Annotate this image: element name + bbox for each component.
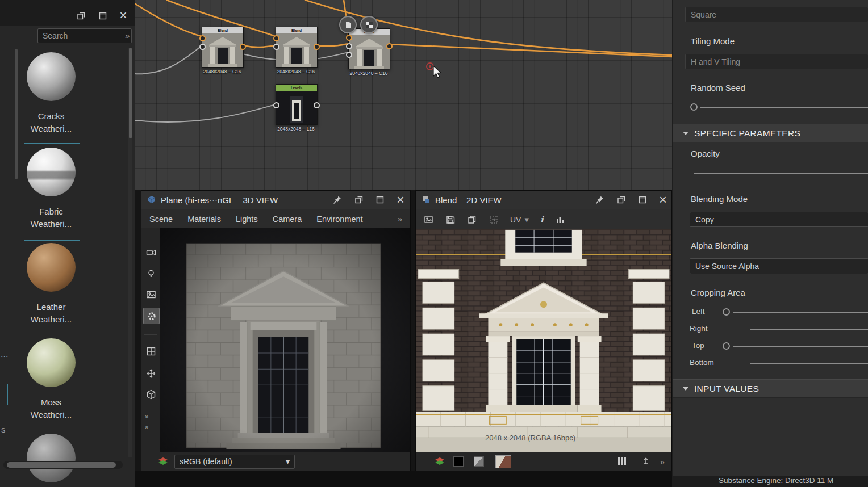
fit-view-button[interactable] [641,456,651,467]
section-specific-parameters[interactable]: SPECIFIC PARAMETERS [673,124,868,142]
histogram-button[interactable] [555,215,565,225]
input-connector[interactable] [199,44,206,50]
export-image-button[interactable] [424,215,434,225]
menu-overflow-chevron-icon[interactable]: » [398,214,402,224]
menu-scene[interactable]: Scene [149,215,173,224]
cropping-area-label: Cropping Area [691,288,745,297]
blending-mode-dropdown[interactable]: Copy [690,212,868,227]
float-window-button[interactable] [75,10,87,22]
input-connector[interactable] [199,35,206,41]
scrollbar-thumb[interactable] [7,462,116,468]
node-graph-canvas[interactable]: Blend 2048x2048 – C16 Blend [135,0,672,190]
background-gray-swatch[interactable] [474,456,484,467]
crop-left-slider-knob[interactable] [723,308,730,316]
maximize-window-button[interactable] [373,194,387,206]
opacity-label: Opacity [691,149,720,158]
viewport-2d-canvas[interactable]: 2048 x 2048 (RGBA 16bpc) [416,229,671,453]
uv-display-button[interactable] [143,343,158,359]
output-connector[interactable] [240,44,246,50]
menu-camera[interactable]: Camera [273,215,302,224]
bottombar-overflow-chevron-icon[interactable]: » [660,457,665,467]
node-body[interactable]: Blend [276,27,318,68]
input-connector[interactable] [346,52,352,58]
input-connector[interactable] [273,44,279,50]
close-window-button[interactable]: × [117,9,130,22]
background-black-swatch[interactable] [453,456,464,467]
settings-button[interactable] [143,308,160,324]
input-connector[interactable] [273,35,279,41]
tiling-mode-field[interactable]: H and V Tiling [685,54,868,69]
node-body[interactable]: Blend [348,28,390,69]
output-connector[interactable] [314,102,320,108]
square-field[interactable]: Square [685,7,868,22]
crop-left-label: Left [692,307,705,316]
float-window-button[interactable] [615,194,628,206]
close-window-button[interactable]: × [656,194,670,206]
maximize-window-button[interactable] [97,10,109,22]
crop-bottom-slider-track[interactable] [750,363,868,364]
blend-texture-image [416,229,671,453]
node-file-button[interactable] [339,16,357,33]
opacity-slider-track[interactable] [694,173,868,174]
pin-button[interactable] [593,194,607,206]
node-body[interactable]: Levels [276,84,318,125]
crop-right-slider-track[interactable] [750,329,868,330]
input-connector[interactable] [273,102,279,108]
float-window-button[interactable] [352,194,366,206]
copy-button[interactable] [467,215,477,225]
pin-button[interactable] [331,194,344,206]
list-scrollbar[interactable] [128,48,132,457]
alpha-blending-dropdown[interactable]: Use Source Alpha [690,258,868,274]
viewport-3d-canvas[interactable] [160,228,410,454]
environment-button[interactable] [143,287,158,302]
random-seed-slider-knob[interactable] [690,103,698,111]
menu-lights[interactable]: Lights [236,215,258,224]
menu-materials[interactable]: Materials [187,215,221,224]
scrollbar-thumb[interactable] [129,48,132,138]
material-thumb-partial[interactable] [27,434,76,482]
input-connector[interactable] [346,35,352,41]
maximize-window-button[interactable] [636,194,649,206]
engine-status-bar: Substance Engine: Direct3D 11 M [672,476,868,487]
transform-gizmo-button[interactable] [143,366,158,381]
viewport-3d-titlebar[interactable]: Plane (hi-res···nGL – 3D VIEW × [141,191,410,209]
geometry-button[interactable] [143,387,158,402]
graph-node-blend-2[interactable]: Blend 2048x2048 – C16 [276,27,316,68]
information-button[interactable]: i [540,215,544,225]
material-thumb-cracks[interactable] [27,52,76,101]
rail-overflow-chevron-icon[interactable]: » [145,413,149,421]
graph-node-blend-3[interactable]: Blend 2048x2048 – C16 [348,28,389,69]
crop-top-slider-knob[interactable] [723,342,730,350]
viewport-2d-titlebar[interactable]: Blend – 2D VIEW × [416,191,671,209]
save-button[interactable] [445,215,456,225]
rail-overflow-chevron-icon[interactable]: » [145,423,149,431]
output-connector[interactable] [386,43,393,49]
colorspace-select[interactable]: sRGB (default) ▾ [174,455,295,469]
output-connector[interactable] [314,44,320,50]
material-thumb-moss[interactable] [27,338,76,387]
input-connector[interactable] [346,43,352,49]
close-window-button[interactable]: × [394,194,407,206]
crop-top-slider-track[interactable] [733,346,868,347]
random-seed-slider-track[interactable] [700,107,868,108]
node-alpha-button[interactable] [360,16,378,33]
lighting-button[interactable] [143,266,158,281]
menu-environment[interactable]: Environment [316,215,362,224]
material-thumb-leather[interactable] [27,243,76,292]
tile-grid-button[interactable] [617,456,627,467]
graph-node-blend-1[interactable]: Blend 2048x2048 – C16 [202,27,243,68]
material-thumb-fabric[interactable] [27,148,76,196]
search-input[interactable] [37,28,132,43]
uv-mode-dropdown[interactable]: UV ▾ [510,215,529,225]
section-title: INPUT VALUES [694,384,759,394]
chevron-down-icon [683,132,688,135]
node-body[interactable]: Blend [202,27,244,68]
section-input-values[interactable]: INPUT VALUES [673,379,868,398]
left-scrollbar[interactable] [15,49,18,179]
horizontal-scrollbar[interactable] [3,461,123,469]
graph-node-levels[interactable]: Levels 2048x2048 – L16 [276,84,316,125]
camera-display-button[interactable] [143,245,158,260]
search-overflow-chevron-icon[interactable]: » [125,31,130,40]
active-image-thumbnail-button[interactable] [495,455,511,468]
crop-left-slider-track[interactable] [733,312,868,313]
